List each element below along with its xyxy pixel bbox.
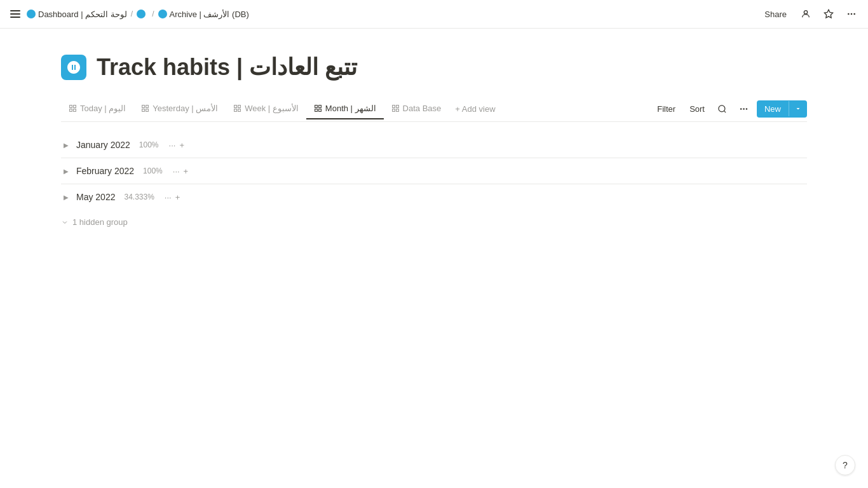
toolbar-actions: Filter Sort New bbox=[652, 96, 807, 121]
add-view-label: + Add view bbox=[455, 104, 495, 114]
tab-database-label: Data Base bbox=[403, 104, 442, 113]
user-icon-button[interactable] bbox=[797, 5, 815, 23]
group-january-header: ▶ January 2022 100% ··· + bbox=[61, 140, 807, 150]
group-february-actions: ··· + bbox=[173, 166, 188, 176]
topbar: Dashboard | لوحة التحكم / / Archive | ال… bbox=[0, 0, 868, 29]
share-button[interactable]: Share bbox=[759, 7, 792, 22]
tab-yesterday-label: Yesterday | الأمس bbox=[153, 104, 218, 113]
group-february-toggle[interactable]: ▶ bbox=[61, 166, 71, 176]
group-may-add[interactable]: + bbox=[175, 193, 180, 202]
group-january-add[interactable]: + bbox=[179, 140, 184, 150]
svg-rect-8 bbox=[74, 109, 76, 111]
svg-point-26 bbox=[740, 108, 742, 110]
svg-rect-16 bbox=[238, 109, 241, 111]
svg-rect-9 bbox=[142, 105, 145, 107]
breadcrumb-dashboard-label: Dashboard | لوحة التحكم bbox=[38, 10, 127, 19]
group-january: ▶ January 2022 100% ··· + bbox=[61, 132, 807, 158]
svg-point-2 bbox=[848, 13, 850, 15]
dashboard-dot-icon bbox=[27, 10, 36, 18]
help-label: ? bbox=[843, 460, 848, 470]
group-may-actions: ··· + bbox=[165, 193, 180, 202]
filter-label: Filter bbox=[657, 104, 675, 114]
breadcrumb-track[interactable]: Archive | الأرشف (DB) bbox=[158, 10, 249, 19]
svg-rect-21 bbox=[392, 105, 395, 107]
tab-today[interactable]: Today | اليوم bbox=[61, 98, 133, 119]
svg-rect-17 bbox=[315, 105, 317, 107]
help-button[interactable]: ? bbox=[835, 455, 855, 475]
svg-rect-10 bbox=[146, 105, 149, 107]
new-button[interactable]: New bbox=[757, 100, 807, 118]
svg-rect-13 bbox=[234, 105, 237, 107]
breadcrumb: Dashboard | لوحة التحكم / / Archive | ال… bbox=[27, 10, 249, 19]
tab-yesterday[interactable]: Yesterday | الأمس bbox=[133, 98, 226, 119]
tab-month[interactable]: Month | الشهر bbox=[306, 98, 384, 119]
page-title: Track habits | تتبع العادات bbox=[97, 54, 357, 81]
group-february-more[interactable]: ··· bbox=[173, 166, 180, 176]
breadcrumb-track-label: Archive | الأرشف (DB) bbox=[170, 10, 249, 19]
sort-label: Sort bbox=[689, 104, 705, 114]
svg-rect-22 bbox=[396, 105, 398, 107]
group-february-header: ▶ February 2022 100% ··· + bbox=[61, 166, 807, 176]
groups-container: ▶ January 2022 100% ··· + ▶ February 202… bbox=[61, 132, 807, 227]
group-january-toggle[interactable]: ▶ bbox=[61, 140, 71, 150]
page-icon bbox=[61, 55, 86, 80]
group-february-add[interactable]: + bbox=[184, 166, 189, 176]
svg-rect-6 bbox=[74, 105, 76, 107]
svg-marker-1 bbox=[824, 10, 832, 18]
filter-button[interactable]: Filter bbox=[652, 102, 681, 116]
tab-week-label: Week | الأسبوع bbox=[245, 104, 299, 113]
new-button-label: New bbox=[757, 100, 789, 118]
svg-rect-15 bbox=[234, 109, 237, 111]
add-view-button[interactable]: + Add view bbox=[449, 99, 501, 119]
group-may-title: May 2022 bbox=[76, 192, 115, 202]
svg-point-0 bbox=[804, 11, 807, 14]
group-may: ▶ May 2022 34.333% ··· + bbox=[61, 184, 807, 210]
chevron-down-icon bbox=[61, 219, 69, 226]
svg-rect-18 bbox=[318, 105, 321, 107]
group-may-percent: 34.333% bbox=[124, 193, 154, 201]
group-february-percent: 100% bbox=[143, 166, 163, 175]
hidden-group[interactable]: 1 hidden group bbox=[61, 210, 807, 227]
search-button[interactable] bbox=[714, 100, 731, 118]
svg-point-4 bbox=[853, 13, 855, 15]
new-button-dropdown[interactable] bbox=[789, 101, 807, 116]
hamburger-menu-button[interactable] bbox=[8, 8, 23, 20]
svg-rect-12 bbox=[146, 109, 149, 111]
topbar-left: Dashboard | لوحة التحكم / / Archive | ال… bbox=[8, 8, 249, 20]
breadcrumb-sep-2: / bbox=[152, 10, 154, 18]
breadcrumb-dashboard[interactable]: Dashboard | لوحة التحكم bbox=[27, 10, 127, 19]
svg-point-27 bbox=[743, 108, 745, 110]
more-menu-button[interactable] bbox=[843, 5, 860, 23]
tab-database[interactable]: Data Base bbox=[384, 98, 449, 119]
svg-rect-23 bbox=[392, 109, 395, 111]
track-dot-icon bbox=[158, 10, 167, 18]
tab-today-label: Today | اليوم bbox=[80, 104, 126, 113]
tabs-bar: Today | اليوم Yesterday | الأمس Week | ا… bbox=[61, 98, 652, 119]
archive-dot-icon bbox=[137, 10, 146, 18]
group-january-more[interactable]: ··· bbox=[169, 140, 176, 150]
svg-point-3 bbox=[851, 13, 853, 15]
tab-month-label: Month | الشهر bbox=[325, 104, 376, 113]
group-may-toggle[interactable]: ▶ bbox=[61, 192, 71, 202]
svg-rect-14 bbox=[238, 105, 241, 107]
breadcrumb-sep-1: / bbox=[131, 10, 133, 18]
group-january-actions: ··· + bbox=[169, 140, 184, 150]
favorite-button[interactable] bbox=[820, 5, 837, 23]
group-may-more[interactable]: ··· bbox=[165, 193, 172, 202]
more-options-button[interactable] bbox=[735, 100, 753, 118]
topbar-right: Share bbox=[759, 5, 860, 23]
sort-button[interactable]: Sort bbox=[684, 102, 710, 116]
svg-rect-20 bbox=[318, 109, 321, 111]
svg-rect-5 bbox=[70, 105, 72, 107]
group-january-percent: 100% bbox=[139, 140, 159, 149]
breadcrumb-archive[interactable] bbox=[137, 10, 148, 18]
page-content: Track habits | تتبع العادات Today | اليو… bbox=[0, 29, 868, 252]
group-february: ▶ February 2022 100% ··· + bbox=[61, 158, 807, 184]
page-header: Track habits | تتبع العادات bbox=[61, 54, 807, 81]
tab-week[interactable]: Week | الأسبوع bbox=[226, 98, 306, 119]
group-january-title: January 2022 bbox=[76, 140, 130, 150]
svg-rect-11 bbox=[142, 109, 145, 111]
group-february-title: February 2022 bbox=[76, 166, 134, 176]
svg-rect-7 bbox=[70, 109, 72, 111]
svg-rect-24 bbox=[396, 109, 398, 111]
